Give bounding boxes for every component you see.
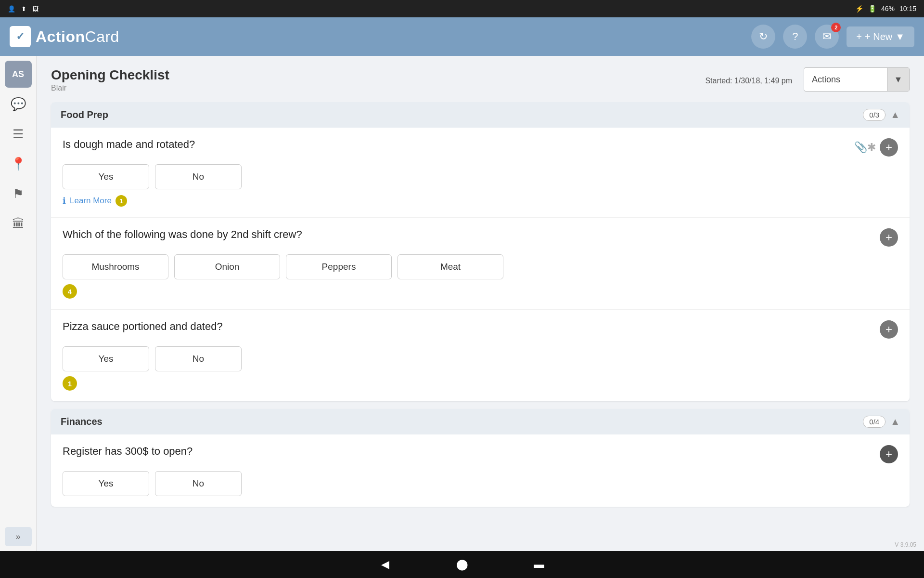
section-food-prep: Food Prep 0/3 ▲ Is dough made and rotate… xyxy=(51,102,910,401)
time-display: 10:15 xyxy=(899,5,916,13)
help-button[interactable]: ? xyxy=(783,25,807,49)
answer-row-register: Yes No xyxy=(63,471,898,496)
recent-apps-icon: ▬ xyxy=(534,558,544,571)
page-started: Started: 1/30/18, 1:49 pm xyxy=(705,77,792,85)
app-logo-text: ActionCard xyxy=(36,28,119,46)
list-icon: ☰ xyxy=(13,127,24,142)
expand-icon: » xyxy=(15,532,20,542)
question-text-shift: Which of the following was done by 2nd s… xyxy=(63,228,880,241)
peppers-button[interactable]: Peppers xyxy=(286,254,392,279)
actions-dropdown-label: Actions xyxy=(804,75,887,85)
add-note-button-shift[interactable]: + xyxy=(880,228,898,247)
plus-icon-sauce: + xyxy=(886,323,892,336)
logo-action-text: Action xyxy=(36,28,85,45)
attach-icon-button[interactable]: 📎✱ xyxy=(854,141,876,154)
page-header: Opening Checklist Blair Started: 1/30/18… xyxy=(51,67,910,92)
back-button[interactable]: ◀ xyxy=(375,555,395,574)
refresh-icon: ↻ xyxy=(759,30,768,43)
question-row-register: Register has 300$ to open? + xyxy=(63,445,898,463)
finances-score: 0/4 xyxy=(863,416,886,428)
no-button-sauce[interactable]: No xyxy=(155,346,242,371)
section-food-prep-header: Food Prep 0/3 ▲ xyxy=(51,102,910,128)
messages-icon: ✉ xyxy=(822,30,831,43)
battery-icon: 🔋 xyxy=(868,5,876,13)
content-area: Opening Checklist Blair Started: 1/30/18… xyxy=(37,56,924,551)
android-nav-bar: ◀ ⬤ ▬ xyxy=(0,551,924,578)
back-icon: ◀ xyxy=(381,558,389,571)
messages-badge: 2 xyxy=(831,23,841,32)
section-finances-title: Finances xyxy=(61,416,103,427)
bluetooth-icon: ⚡ xyxy=(855,5,863,13)
attach-icon: 📎✱ xyxy=(854,141,876,154)
recent-apps-button[interactable]: ▬ xyxy=(529,555,549,574)
page-title-block: Opening Checklist Blair xyxy=(51,67,169,92)
app-logo: ✓ ActionCard xyxy=(10,26,119,47)
yes-button-dough[interactable]: Yes xyxy=(63,164,149,189)
messages-button[interactable]: ✉ 2 xyxy=(815,25,839,49)
page-header-right: Started: 1/30/18, 1:49 pm Actions ▼ xyxy=(705,67,910,92)
add-note-button-dough[interactable]: + xyxy=(880,138,898,157)
count-badge-sauce: 1 xyxy=(63,376,77,391)
section-finances: Finances 0/4 ▲ Register has 300$ to open… xyxy=(51,409,910,507)
new-arrow-icon: ▼ xyxy=(895,31,905,42)
sidebar-item-bank[interactable]: 🏛 xyxy=(5,210,32,237)
image-icon: 🖼 xyxy=(32,5,38,13)
question-icons-register: + xyxy=(880,445,898,463)
app-logo-icon: ✓ xyxy=(10,26,31,47)
add-note-button-register[interactable]: + xyxy=(880,445,898,463)
question-block-dough: Is dough made and rotated? 📎✱ + Yes No xyxy=(51,128,910,218)
top-bar-actions: ↻ ? ✉ 2 + + New ▼ xyxy=(751,25,914,49)
answer-row-shift: Mushrooms Onion Peppers Meat xyxy=(63,254,898,279)
sidebar-avatar[interactable]: AS xyxy=(5,61,32,88)
yes-button-sauce[interactable]: Yes xyxy=(63,346,149,371)
section-food-prep-right: 0/3 ▲ xyxy=(863,109,900,121)
new-button[interactable]: + + New ▼ xyxy=(847,26,914,47)
onion-button[interactable]: Onion xyxy=(174,254,280,279)
section-finances-right: 0/4 ▲ xyxy=(863,416,900,428)
sidebar-item-list[interactable]: ☰ xyxy=(5,120,32,147)
food-prep-collapse-button[interactable]: ▲ xyxy=(890,109,900,120)
location-icon: 📍 xyxy=(11,157,26,171)
sidebar-item-location[interactable]: 📍 xyxy=(5,150,32,177)
plus-icon: + xyxy=(886,141,892,154)
count-badge-shift-wrapper: 4 xyxy=(63,284,898,299)
bank-icon: 🏛 xyxy=(12,216,25,231)
person-icon: 👤 xyxy=(8,5,15,13)
question-row-shift: Which of the following was done by 2nd s… xyxy=(63,228,898,247)
sidebar-item-chat[interactable]: 💬 xyxy=(5,91,32,118)
battery-percent: 46% xyxy=(881,5,895,13)
logo-card-text: Card xyxy=(85,28,119,45)
flag-icon: ⚑ xyxy=(13,186,24,201)
top-nav-bar: ✓ ActionCard ↻ ? ✉ 2 + + New ▼ xyxy=(0,17,924,56)
no-button-dough[interactable]: No xyxy=(155,164,242,189)
main-layout: AS 💬 ☰ 📍 ⚑ 🏛 » Opening Checklist Blair xyxy=(0,56,924,551)
no-button-register[interactable]: No xyxy=(155,471,242,496)
learn-more-count-dough: 1 xyxy=(116,195,127,207)
sidebar-item-flag[interactable]: ⚑ xyxy=(5,180,32,207)
actions-dropdown[interactable]: Actions ▼ xyxy=(804,67,910,92)
answer-row-dough: Yes No xyxy=(63,164,898,189)
home-button[interactable]: ⬤ xyxy=(452,555,472,574)
upload-icon: ⬆ xyxy=(21,5,26,13)
question-text-register: Register has 300$ to open? xyxy=(63,445,880,458)
question-text-dough: Is dough made and rotated? xyxy=(63,138,854,151)
new-label: + New xyxy=(865,31,892,42)
new-plus-icon: + xyxy=(856,31,862,42)
question-row-sauce: Pizza sauce portioned and dated? + xyxy=(63,320,898,339)
mushrooms-button[interactable]: Mushrooms xyxy=(63,254,168,279)
count-badge-shift: 4 xyxy=(63,284,77,299)
question-block-sauce: Pizza sauce portioned and dated? + Yes N… xyxy=(51,310,910,401)
sidebar-expand-button[interactable]: » xyxy=(5,527,32,546)
yes-button-register[interactable]: Yes xyxy=(63,471,149,496)
page-subtitle: Blair xyxy=(51,84,169,92)
meat-button[interactable]: Meat xyxy=(398,254,503,279)
finances-collapse-button[interactable]: ▲ xyxy=(890,416,900,427)
count-badge-sauce-wrapper: 1 xyxy=(63,376,898,391)
add-note-button-sauce[interactable]: + xyxy=(880,320,898,339)
refresh-button[interactable]: ↻ xyxy=(751,25,775,49)
chat-icon: 💬 xyxy=(11,97,26,112)
learn-more-link-dough[interactable]: Learn More xyxy=(70,196,112,206)
question-icons-shift: + xyxy=(880,228,898,247)
status-bar: 👤 ⬆ 🖼 ⚡ 🔋 46% 10:15 xyxy=(0,0,924,17)
help-icon: ? xyxy=(792,30,798,43)
